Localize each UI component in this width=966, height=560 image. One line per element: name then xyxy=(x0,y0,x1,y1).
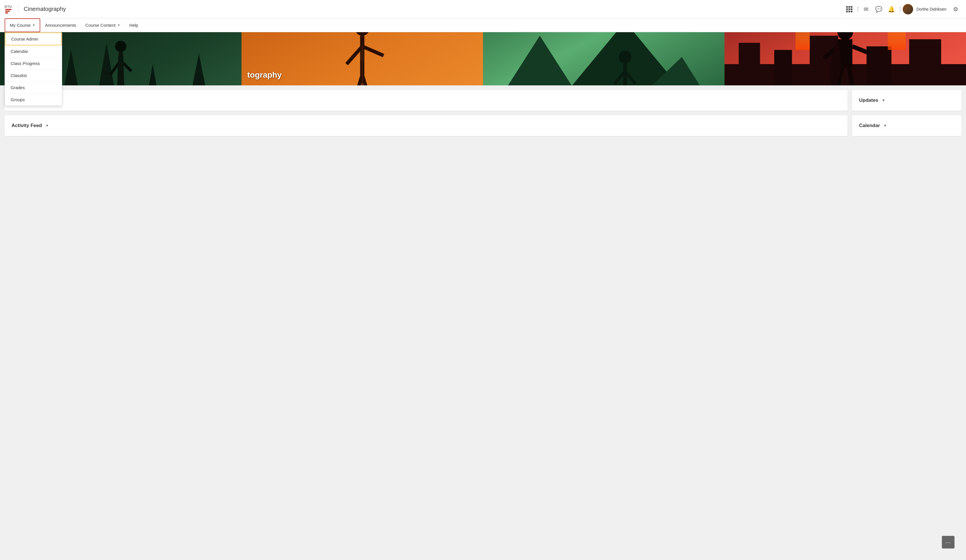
dropdown-item-groups[interactable]: Groups xyxy=(5,94,62,105)
gear-icon: ⚙ xyxy=(953,6,958,13)
notifications-button[interactable]: 🔔 xyxy=(886,3,897,15)
bell-icon: 🔔 xyxy=(888,6,895,13)
activity-feed-widget[interactable]: Activity Feed ▼ xyxy=(5,115,848,136)
calendar-title: Calendar xyxy=(859,123,880,128)
settings-button[interactable]: ⚙ xyxy=(950,3,961,15)
more-options-button[interactable]: ··· xyxy=(942,536,955,549)
mail-button[interactable]: ✉ xyxy=(861,3,872,15)
header-right: ✉ 💬 🔔 Dorthe Didriksen ⚙ xyxy=(843,3,961,15)
svg-rect-40 xyxy=(909,39,941,85)
hero-panel-3 xyxy=(483,32,724,85)
svg-rect-37 xyxy=(774,50,792,85)
svg-point-26 xyxy=(619,51,631,63)
logo-bar-3 xyxy=(5,12,8,13)
updates-widget[interactable]: Updates ▼ xyxy=(852,90,961,111)
logo-bar-2 xyxy=(5,11,10,12)
logo-bars xyxy=(5,9,12,13)
nav-mycourse-label: My Course xyxy=(10,23,31,28)
nav-item-help[interactable]: Help xyxy=(125,18,143,32)
avatar-image xyxy=(903,4,913,15)
dropdown-item-grades[interactable]: Grades xyxy=(5,82,62,94)
svg-rect-42 xyxy=(888,32,905,50)
activity-feed-title: Activity Feed xyxy=(12,123,42,128)
dropdown-item-courseadmin[interactable]: Course Admin xyxy=(5,33,62,45)
mail-icon: ✉ xyxy=(864,6,869,13)
dropdown-item-calendar[interactable]: Calendar xyxy=(5,45,62,57)
chat-button[interactable]: 💬 xyxy=(873,3,885,15)
left-top-widget xyxy=(5,90,848,111)
navbar: My Course ▼ Announcements Course Content… xyxy=(0,18,966,32)
hero-scene-4 xyxy=(724,32,966,85)
avatar[interactable] xyxy=(903,4,913,15)
nav-item-announcements[interactable]: Announcements xyxy=(40,18,80,32)
hero-course-name: tography xyxy=(247,71,282,80)
main-content: Activity Feed ▼ Updates ▼ Calendar ▼ xyxy=(0,85,966,141)
header-divider-1 xyxy=(18,5,18,14)
dropdown-grades-label: Grades xyxy=(11,85,25,90)
svg-point-7 xyxy=(115,41,127,52)
header-dots-2[interactable] xyxy=(899,5,902,13)
chevron-down-icon-2: ▼ xyxy=(117,24,120,27)
nav-coursecontent-label: Course Content xyxy=(85,23,116,28)
page-title: Cinematography xyxy=(24,6,66,12)
logo-text: DTU xyxy=(5,5,12,8)
right-column: Updates ▼ Calendar ▼ xyxy=(852,90,961,136)
updates-title: Updates xyxy=(859,97,878,103)
apps-grid-icon xyxy=(846,6,853,12)
apps-button[interactable] xyxy=(843,3,855,15)
dropdown-classprogress-label: Class Progress xyxy=(11,61,40,66)
app-header: DTU Cinematography ✉ 💬 xyxy=(0,0,966,18)
nav-item-mycourse[interactable]: My Course ▼ xyxy=(5,18,40,32)
activity-feed-chevron-icon: ▼ xyxy=(45,123,49,128)
svg-rect-36 xyxy=(739,43,760,85)
header-dots-1[interactable] xyxy=(856,5,859,13)
user-name-label: Dorthe Didriksen xyxy=(917,7,946,11)
logo-bar-1 xyxy=(5,9,12,10)
dropdown-classlist-label: Classlist xyxy=(11,73,27,78)
nav-item-coursecontent[interactable]: Course Content ▼ xyxy=(81,18,125,32)
calendar-widget[interactable]: Calendar ▼ xyxy=(852,115,961,136)
left-column: Activity Feed ▼ xyxy=(5,90,848,136)
hero-banner: tography xyxy=(0,32,966,85)
chevron-down-icon: ▼ xyxy=(33,24,35,27)
hero-panel-2: tography xyxy=(242,32,483,85)
more-options-label: ··· xyxy=(945,539,951,546)
header-left: DTU Cinematography xyxy=(5,5,66,14)
dropdown-item-classprogress[interactable]: Class Progress xyxy=(5,57,62,70)
dropdown-groups-label: Groups xyxy=(11,97,25,102)
hero-panel-4 xyxy=(724,32,966,85)
chat-icon: 💬 xyxy=(875,6,882,13)
dropdown-calendar-label: Calendar xyxy=(11,49,28,54)
updates-chevron-icon: ▼ xyxy=(882,98,885,102)
hero-scene-3 xyxy=(483,32,724,85)
nav-help-label: Help xyxy=(130,23,138,28)
nav-announcements-label: Announcements xyxy=(45,23,76,28)
calendar-chevron-icon: ▼ xyxy=(884,123,887,128)
dropdown-item-classlist[interactable]: Classlist xyxy=(5,70,62,82)
svg-rect-41 xyxy=(795,32,810,50)
dtu-logo[interactable]: DTU xyxy=(5,5,12,13)
dropdown-courseadmin-label: Course Admin xyxy=(11,36,38,41)
mycourse-dropdown: Course Admin Calendar Class Progress Cla… xyxy=(5,32,62,106)
